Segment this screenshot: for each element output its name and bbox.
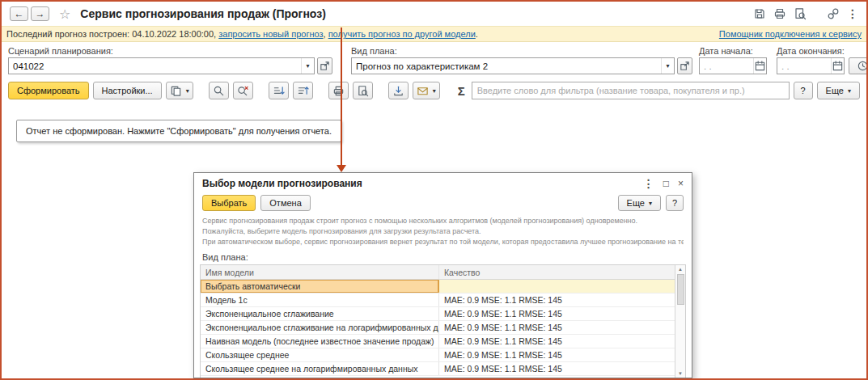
back-icon: ← <box>15 8 24 19</box>
model-name-cell: Экспоненциальное сглаживание <box>201 307 439 320</box>
table-row[interactable]: Модель 1с MAE: 0.9 MSE: 1.1 RMSE: 145 <box>201 293 675 307</box>
filter-field <box>472 82 790 99</box>
table-row[interactable]: Наивная модель (последнее известное знач… <box>201 335 675 348</box>
scroll-down-icon[interactable]: ▼ <box>678 370 683 377</box>
back-button[interactable]: ← <box>10 6 28 21</box>
download-icon <box>392 85 404 97</box>
period-select-button[interactable] <box>849 57 868 74</box>
cancel-search-button[interactable] <box>233 82 253 99</box>
scrollbar-thumb[interactable] <box>677 274 684 305</box>
question-icon: ? <box>672 198 677 208</box>
scenario-input[interactable]: 041022 ▾ <box>8 57 315 74</box>
scroll-up-icon[interactable]: ▲ <box>678 266 683 272</box>
service-assistant-link[interactable]: Помощник подключения к сервису <box>719 29 862 39</box>
more-button[interactable]: Еще▾ <box>817 82 860 99</box>
print-icon <box>773 7 786 20</box>
envelope-icon <box>417 85 429 97</box>
calendar-icon <box>832 60 844 72</box>
plan-label: Вид плана: <box>351 46 397 56</box>
notification-suffix: . <box>476 29 478 39</box>
model-name-cell: Скользящее среднее <box>201 348 439 361</box>
open-form-icon <box>679 60 691 72</box>
preview-button[interactable] <box>794 7 807 20</box>
cancel-search-icon <box>237 85 249 97</box>
dialog-title: Выбор модели прогнозирования <box>202 178 362 189</box>
get-link-button[interactable] <box>827 7 840 20</box>
description-line: При автоматическом выборе, сервис прогно… <box>202 237 684 247</box>
plan-dropdown-icon[interactable]: ▾ <box>661 58 674 74</box>
print-button[interactable] <box>773 7 786 20</box>
request-new-forecast-link[interactable]: запросить новый прогноз <box>218 29 323 39</box>
annotation-arrow-head <box>337 165 346 172</box>
page-title: Сервис прогнозирования продаж (Прогноз) <box>80 7 326 20</box>
header-quality: Качество <box>439 268 675 277</box>
report-variants-button[interactable]: ▾ <box>166 82 193 99</box>
scenario-value: 041022 <box>9 61 301 71</box>
cancel-label: Отмена <box>269 198 301 208</box>
model-selection-dialog: Выбор модели прогнозирования ⋮ □ × Выбра… <box>193 172 692 378</box>
model-quality-cell: MAE: 0.9 MSE: 1.1 RMSE: 145 <box>439 350 675 360</box>
question-icon: ? <box>801 86 806 95</box>
select-button[interactable]: Выбрать <box>202 195 256 211</box>
table-row[interactable]: Экспоненциальное сглаживание MAE: 0.9 MS… <box>201 307 675 321</box>
date-start-calendar-button[interactable] <box>753 58 766 74</box>
save-icon <box>753 7 766 20</box>
open-form-icon <box>319 60 331 72</box>
scenario-dropdown-icon[interactable]: ▾ <box>301 58 314 74</box>
send-email-button[interactable]: ▾ <box>413 82 440 99</box>
model-name-cell: Выбрать автоматически <box>201 280 439 293</box>
dialog-menu-icon[interactable]: ⋮ <box>643 177 654 190</box>
toolbar-preview-button[interactable] <box>353 82 373 99</box>
scenario-label: Сценарий планирования: <box>8 46 113 56</box>
date-end-label: Дата окончания: <box>777 46 845 56</box>
save-result-button[interactable] <box>388 82 409 99</box>
generate-label: Сформировать <box>17 86 80 95</box>
save-button[interactable] <box>753 7 766 20</box>
sort-descending-icon <box>297 85 309 97</box>
more-menu-icon[interactable]: ⋮ <box>847 7 858 20</box>
model-name-cell: Наивная модель (последнее известное знач… <box>201 335 439 348</box>
settings-button[interactable]: Настройки... <box>93 82 162 99</box>
scenario-open-button[interactable] <box>317 57 332 74</box>
sort-ascending-icon <box>273 85 285 97</box>
help-button[interactable]: ? <box>794 82 813 99</box>
notification-bar: Последний прогноз построен: 04.10.2022 1… <box>2 26 866 42</box>
clock-icon <box>857 60 868 72</box>
maximize-icon[interactable]: □ <box>663 178 669 189</box>
close-icon[interactable]: × <box>678 178 684 189</box>
sort-ascending-button[interactable] <box>269 82 289 99</box>
favorites-star-icon[interactable]: ☆ <box>59 6 70 22</box>
date-end-calendar-button[interactable] <box>831 58 844 74</box>
description-line: Пожалуйста, выберите модель прогнозирова… <box>202 226 684 237</box>
date-start-input[interactable]: . . <box>699 57 767 74</box>
toolbar-print-button[interactable] <box>328 82 349 99</box>
date-end-input[interactable]: . . <box>777 57 845 74</box>
annotation-arrow <box>341 27 342 167</box>
forecast-other-model-link[interactable]: получить прогноз по другой модели <box>328 29 476 39</box>
cancel-button[interactable]: Отмена <box>260 195 310 211</box>
sum-sigma-icon[interactable]: Σ <box>458 84 465 98</box>
table-row-auto[interactable]: Выбрать автоматически <box>201 280 675 293</box>
date-start-label: Дата начала: <box>699 46 753 56</box>
dialog-more-button[interactable]: Еще▾ <box>618 195 661 211</box>
table-row[interactable]: Скользящее среднее на логарифмированных … <box>201 362 675 376</box>
vertical-scrollbar[interactable]: ▲ ▼ <box>675 265 685 378</box>
plan-open-button[interactable] <box>677 57 692 74</box>
more-label: Еще <box>826 86 844 95</box>
find-button[interactable] <box>209 82 229 99</box>
generate-button[interactable]: Сформировать <box>8 82 89 99</box>
report-variants-icon <box>170 85 182 97</box>
models-table: Имя модели Качество Выбрать автоматическ… <box>200 264 686 378</box>
filter-input[interactable] <box>472 86 789 95</box>
link-icon <box>827 7 840 20</box>
model-name-cell: Скользящее среднее на логарифмированных … <box>201 362 439 375</box>
plan-input[interactable]: Прогноз по характеристикам 2 ▾ <box>351 57 675 74</box>
dialog-help-button[interactable]: ? <box>666 195 684 211</box>
top-bar: ← → ☆ Сервис прогнозирования продаж (Про… <box>2 2 866 26</box>
forward-button[interactable]: → <box>31 6 49 21</box>
model-quality-cell: MAE: 0.9 MSE: 1.1 RMSE: 145 <box>439 323 675 332</box>
table-row[interactable]: Экспоненциальное сглаживание на логарифм… <box>201 321 675 335</box>
header-model-name: Имя модели <box>201 265 439 279</box>
sort-descending-button[interactable] <box>293 82 313 99</box>
table-row[interactable]: Скользящее среднее MAE: 0.9 MSE: 1.1 RMS… <box>201 348 675 362</box>
